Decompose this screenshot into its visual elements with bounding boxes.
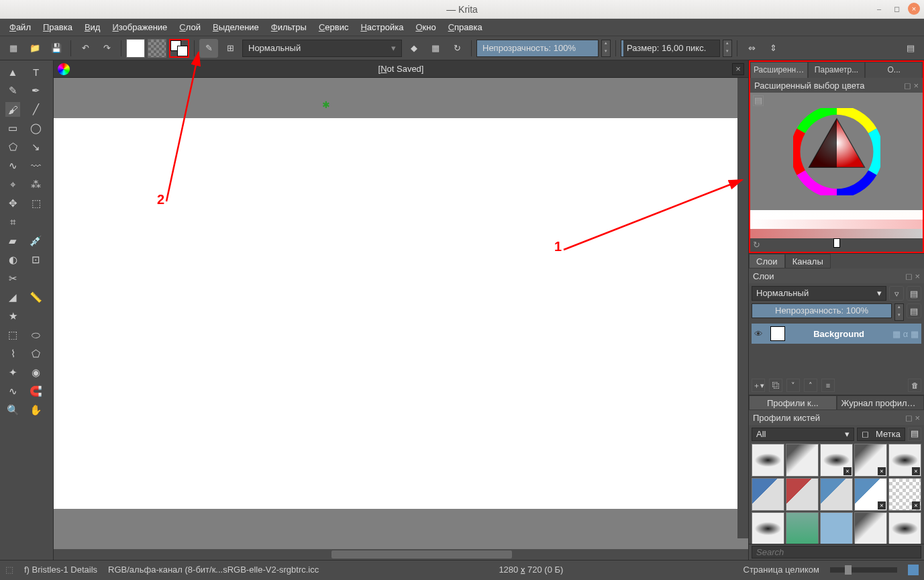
ellipse-tool[interactable]: ◯: [29, 121, 44, 136]
canvas[interactable]: [54, 118, 748, 509]
magnetic-select-tool[interactable]: 🧲: [29, 384, 44, 399]
layer-up-button[interactable]: ˄: [804, 379, 817, 392]
size-slider[interactable]: Размер: 16,00 пикс.: [621, 40, 720, 57]
zoom-slider[interactable]: [830, 567, 897, 573]
layer-locks-icons[interactable]: ▦ α ▦: [892, 329, 919, 339]
status-colorspace[interactable]: RGB/альфа-канал (8-бит/к...sRGB-elle-V2-…: [108, 565, 319, 575]
brush-editor-button[interactable]: ⊞: [221, 39, 240, 58]
window-maximize-button[interactable]: ◻: [890, 3, 903, 15]
bezier-select-tool[interactable]: ∿: [5, 384, 20, 399]
contig-select-tool[interactable]: ✦: [5, 365, 20, 380]
menu-layer[interactable]: Слой: [174, 21, 206, 34]
fill-tool[interactable]: ▰: [5, 234, 20, 248]
freehand-brush-tool[interactable]: 🖌: [5, 102, 20, 117]
menu-view[interactable]: Вид: [79, 21, 106, 34]
brush-view-mode-icon[interactable]: ▤: [908, 428, 921, 441]
docker-tab-adv-color[interactable]: Расширенны...: [750, 62, 808, 78]
save-file-button[interactable]: 💾: [47, 39, 66, 58]
rectangle-tool[interactable]: ▭: [5, 121, 20, 136]
opacity-spinner[interactable]: ▴▾: [601, 40, 611, 57]
menu-select[interactable]: Выделение: [207, 21, 264, 34]
color-select-tool[interactable]: ◉: [29, 365, 44, 380]
add-layer-button[interactable]: ＋▾: [752, 379, 765, 392]
layer-opacity-slider[interactable]: Непрозрачность: 100%: [752, 303, 892, 318]
zoom-fit-icon[interactable]: [908, 565, 919, 575]
brush-preset[interactable]: ×: [888, 478, 921, 511]
brush-preset[interactable]: [888, 512, 921, 544]
smart-patch-tool[interactable]: ✂: [5, 271, 20, 286]
window-close-button[interactable]: ×: [908, 3, 920, 15]
brush-search-input[interactable]: [752, 546, 921, 559]
layer-opacity-spinner[interactable]: ▴▾: [894, 303, 904, 321]
menu-help[interactable]: Справка: [443, 21, 488, 34]
reload-preset-button[interactable]: ↻: [448, 39, 466, 58]
menu-image[interactable]: Изображение: [107, 21, 172, 34]
brush-preset[interactable]: ×: [854, 444, 887, 477]
workspace-button[interactable]: ▤: [901, 39, 920, 58]
redo-button[interactable]: ↷: [97, 39, 116, 58]
brush-preset[interactable]: [752, 512, 784, 544]
brush-filter-dropdown[interactable]: All▾: [752, 428, 854, 441]
layer-settings-icon[interactable]: ▤: [907, 286, 921, 301]
rect-select-tool[interactable]: ⬚: [5, 328, 20, 342]
color-picker-tool[interactable]: 💉: [29, 234, 44, 248]
color-wheel[interactable]: ▤: [750, 93, 923, 210]
menu-file[interactable]: Файл: [4, 21, 36, 34]
open-file-button[interactable]: 📁: [25, 39, 44, 58]
layer-props-icon[interactable]: ▤: [907, 303, 921, 318]
opacity-slider[interactable]: Непрозрачность: 100%: [476, 40, 599, 57]
freehand-select-tool[interactable]: ⌇: [5, 346, 20, 361]
close-document-button[interactable]: ×: [732, 63, 744, 75]
menu-window[interactable]: Окно: [410, 21, 441, 34]
transform-tool[interactable]: ▲: [5, 64, 20, 79]
brush-preset[interactable]: ×: [888, 444, 921, 477]
brush-preset[interactable]: [854, 512, 887, 544]
brush-preset[interactable]: [786, 444, 819, 477]
menu-tools[interactable]: Сервис: [313, 21, 354, 34]
zoom-tool[interactable]: 🔍: [5, 403, 20, 418]
fg-bg-color-selector[interactable]: [169, 39, 189, 58]
layer-row-background[interactable]: 👁 Background ▦ α ▦: [752, 324, 921, 344]
canvas-viewport[interactable]: ✱: [54, 78, 748, 549]
calligraphy-tool[interactable]: ✒: [29, 83, 44, 98]
selection-mode-icon[interactable]: ⬚: [5, 565, 13, 575]
layer-down-button[interactable]: ˅: [786, 379, 800, 392]
ellipse-select-tool[interactable]: ⬭: [29, 328, 44, 342]
poly-select-tool[interactable]: ⬠: [29, 346, 44, 361]
move-tool[interactable]: ✥: [5, 196, 20, 211]
zoom-mode-dropdown[interactable]: Страница целиком: [743, 565, 819, 575]
color-config-icon[interactable]: ▤: [753, 95, 764, 106]
layer-filter-icon[interactable]: ▿: [889, 286, 904, 301]
brush-docker-controls-icon[interactable]: ◻ ×: [905, 413, 920, 423]
blend-mode-dropdown[interactable]: Нормальный▾: [242, 40, 402, 57]
menu-settings[interactable]: Настройка: [355, 21, 409, 34]
mirror-v-button[interactable]: ⇕: [764, 39, 782, 58]
gradient-tool[interactable]: ◐: [5, 252, 20, 267]
brush-preset[interactable]: [752, 444, 784, 477]
layers-docker-controls-icon[interactable]: ◻ ×: [905, 271, 920, 281]
brush-preset[interactable]: [786, 512, 819, 544]
docker-tab-overview[interactable]: О...: [865, 62, 923, 78]
edit-shapes-tool[interactable]: ✎: [5, 83, 20, 98]
brush-preset[interactable]: ×: [820, 444, 853, 477]
transform-tool-2[interactable]: ⬚: [29, 196, 44, 211]
alpha-lock-toggle[interactable]: ▦: [426, 39, 445, 58]
size-spinner[interactable]: ▴▾: [723, 40, 732, 57]
mirror-h-button[interactable]: ⇔: [742, 39, 761, 58]
gradient-swatch[interactable]: [126, 39, 145, 58]
brush-preset[interactable]: [752, 478, 784, 511]
color-history-icon[interactable]: ↻: [753, 240, 760, 250]
bezier-tool[interactable]: ∿: [5, 158, 20, 173]
pattern-edit-tool[interactable]: ⊡: [29, 252, 44, 267]
pattern-swatch[interactable]: [148, 39, 166, 58]
pan-tool[interactable]: ✋: [29, 403, 44, 418]
polygon-tool[interactable]: ⬠: [5, 140, 20, 154]
layer-blend-dropdown[interactable]: Нормальный▾: [752, 286, 886, 301]
polyline-tool[interactable]: ↘: [29, 140, 44, 154]
brush-preset[interactable]: ×: [854, 478, 887, 511]
brush-preset-button[interactable]: ✎: [199, 39, 218, 58]
eraser-toggle[interactable]: ◆: [405, 39, 423, 58]
layer-visibility-icon[interactable]: 👁: [754, 329, 766, 339]
dyna-tool[interactable]: ⌖: [5, 177, 20, 192]
crop-tool[interactable]: ⌗: [5, 215, 20, 230]
